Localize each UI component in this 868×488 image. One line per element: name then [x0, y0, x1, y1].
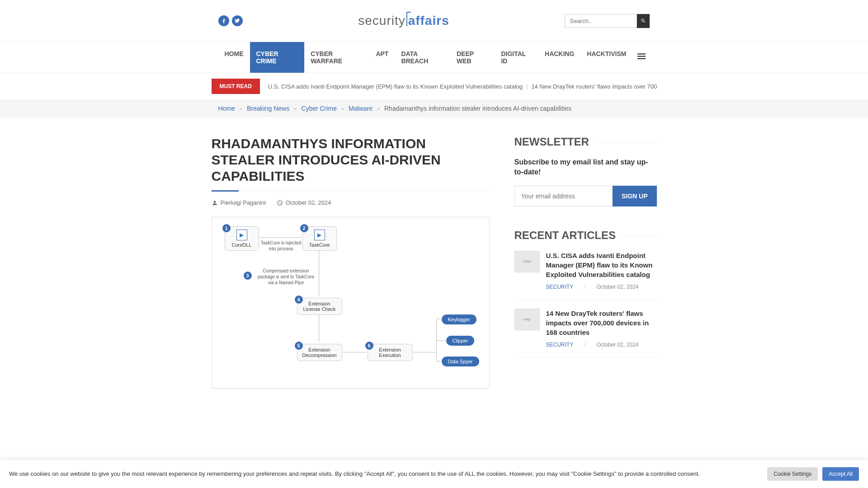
recent-category[interactable]: SECURITY	[546, 284, 574, 290]
recent-article-item[interactable]: CISA U.S. CISA adds Ivanti Endpoint Mana…	[514, 251, 657, 300]
nav-item-data-breach[interactable]: DATA BREACH	[395, 42, 450, 73]
nav-item-hacktivism[interactable]: HACKTIVISM	[580, 42, 632, 73]
newsletter-signup-button[interactable]: SIGN UP	[613, 186, 657, 206]
logo-text-2: affairs	[408, 14, 449, 28]
nav-item-digital-id[interactable]: DIGITAL ID	[495, 42, 538, 73]
recent-thumbnail: CISA	[514, 251, 540, 272]
nav-item-apt[interactable]: APT	[369, 42, 395, 73]
diagram-num-2: 2	[300, 224, 308, 232]
facebook-icon[interactable]	[218, 15, 229, 26]
diagram-num-1: 1	[222, 224, 231, 232]
diagram-node-4: Extension License Check	[302, 301, 337, 312]
must-read-item[interactable]: 14 New DrayTek routers' flaws impacts ov…	[531, 83, 656, 90]
nav-item-home[interactable]: HOME	[218, 42, 250, 73]
diagram-node-1: CoreDLL	[231, 242, 251, 248]
nav-item-cyber-crime[interactable]: CYBER CRIME	[250, 42, 305, 73]
breadcrumb-link[interactable]: Breaking News	[247, 105, 289, 112]
diagram-num-5: 5	[295, 342, 303, 350]
clock-icon	[277, 200, 283, 206]
svg-rect-0	[637, 53, 646, 54]
breadcrumb-link[interactable]: Malware	[349, 105, 373, 112]
diagram-num-6: 6	[365, 342, 373, 350]
site-logo[interactable]: security affairs	[358, 14, 449, 28]
search-button[interactable]	[637, 14, 650, 28]
newsletter-subtitle: Subscribe to my email list and stay up-t…	[514, 157, 657, 178]
search-input[interactable]	[565, 14, 637, 28]
diagram-num-4: 4	[295, 296, 303, 304]
breadcrumb-link[interactable]: Cyber Crime	[301, 105, 337, 112]
nav-item-cyber-warfare[interactable]: CYBER WARFARE	[304, 42, 369, 73]
diagram-output-2: Clipper	[446, 336, 475, 346]
article-author: Pierluigi Paganini	[221, 199, 266, 206]
recent-category[interactable]: SECURITY	[546, 342, 574, 348]
newsletter-title: NEWSLETTER	[514, 136, 657, 148]
article-date: October 02, 2024	[286, 199, 331, 206]
diagram-num-3: 3	[244, 272, 252, 280]
diagram-output-1: Keylogger	[442, 314, 477, 324]
recent-date: October 02, 2024	[597, 284, 639, 290]
diagram-node-2: TaskCore	[309, 242, 330, 248]
must-read-item[interactable]: U.S. CISA adds Ivanti Endpoint Manager (…	[268, 83, 523, 90]
twitter-icon[interactable]	[232, 15, 243, 26]
logo-text-1: security	[358, 14, 405, 28]
breadcrumb-current: Rhadamanthys information stealer introdu…	[384, 105, 571, 112]
article-featured-image: 1 ▶ CoreDLL 2 ▶ TaskCore TaskCore is inj…	[212, 217, 490, 389]
hamburger-icon	[637, 53, 646, 60]
recent-thumbnail: map	[514, 309, 540, 330]
diagram-node-5: Extension Decompression	[302, 347, 337, 358]
author-icon	[212, 200, 218, 206]
svg-rect-1	[637, 56, 646, 57]
svg-rect-2	[637, 58, 646, 59]
diagram-node-6: Extension Execution	[373, 347, 408, 358]
diagram-edge-2: Compressed extension package is sent to …	[255, 268, 318, 286]
hamburger-menu[interactable]	[633, 49, 650, 66]
nav-item-hacking[interactable]: HACKING	[538, 42, 580, 73]
recent-date: October 02, 2024	[597, 342, 639, 348]
recent-articles-title: RECENT ARTICLES	[514, 229, 657, 242]
diagram-edge-1: TaskCore is injected into process	[261, 240, 302, 252]
search-icon	[641, 18, 646, 23]
article-title: RHADAMANTHYS INFORMATION STEALER INTRODU…	[212, 136, 490, 184]
recent-article-title: 14 New DrayTek routers' flaws impacts ov…	[546, 309, 657, 337]
recent-article-item[interactable]: map 14 New DrayTek routers' flaws impact…	[514, 309, 657, 357]
diagram-output-3: Data Spyer	[442, 357, 479, 366]
article-divider	[212, 191, 490, 191]
must-read-label: MUST READ	[212, 79, 260, 94]
nav-item-deep-web[interactable]: DEEP WEB	[450, 42, 495, 73]
breadcrumb-link[interactable]: Home	[218, 105, 235, 112]
newsletter-email-input[interactable]	[514, 186, 613, 206]
recent-article-title: U.S. CISA adds Ivanti Endpoint Manager (…	[546, 251, 657, 279]
